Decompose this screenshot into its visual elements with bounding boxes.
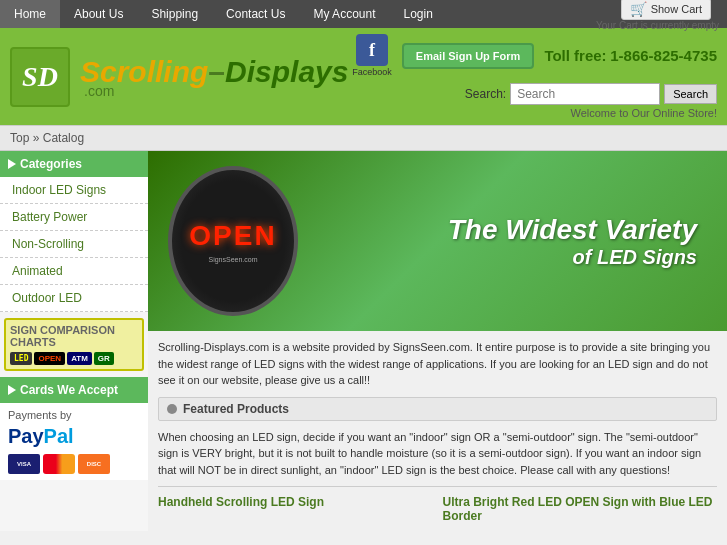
- email-signup-button[interactable]: Email Sign Up Form: [402, 43, 535, 69]
- content-body: Scrolling-Displays.com is a website prov…: [148, 331, 727, 531]
- facebook-label: Facebook: [352, 67, 392, 77]
- sidebar-item-battery[interactable]: Battery Power: [0, 204, 148, 231]
- facebook-icon: f: [356, 34, 388, 66]
- sidebar-item-animated[interactable]: Animated: [0, 258, 148, 285]
- product-1-title[interactable]: Handheld Scrolling LED Sign: [158, 495, 433, 509]
- cards-arrow-icon: [8, 385, 16, 395]
- categories-arrow-icon: [8, 159, 16, 169]
- welcome-text: Welcome to Our Online Store!: [570, 107, 717, 119]
- logo-letters: SD: [10, 47, 70, 107]
- sign-comparison-widget: SIGN COMPARISON CHARTS LED OPEN ATM GR: [4, 318, 144, 371]
- categories-header: Categories: [0, 151, 148, 177]
- search-row: Search: Search: [465, 83, 717, 105]
- card-icons: VISA DISC: [8, 454, 140, 474]
- nav-login[interactable]: Login: [389, 0, 446, 28]
- nav-account[interactable]: My Account: [299, 0, 389, 28]
- sign-comparison-images: LED OPEN ATM GR: [10, 352, 138, 365]
- open-sign: OPEN SignsSeen.com: [168, 166, 298, 316]
- sign-chip-open: OPEN: [34, 352, 65, 365]
- product-2: Ultra Bright Red LED OPEN Sign with Blue…: [443, 495, 718, 523]
- product-1: Handheld Scrolling LED Sign: [158, 495, 433, 523]
- logo-com: .com: [84, 83, 348, 99]
- header: SD Scrolling – Displays .com f Facebook …: [0, 28, 727, 125]
- sidebar-item-non-scrolling[interactable]: Non-Scrolling: [0, 231, 148, 258]
- product-2-title[interactable]: Ultra Bright Red LED OPEN Sign with Blue…: [443, 495, 718, 523]
- logo-text: Scrolling – Displays .com: [80, 55, 348, 99]
- sign-chip-led: LED: [10, 352, 32, 365]
- search-button[interactable]: Search: [664, 84, 717, 104]
- banner: OPEN SignsSeen.com The Widest Variety of…: [148, 151, 727, 331]
- show-cart-button[interactable]: 🛒 Show Cart: [621, 0, 711, 20]
- payments-label: Payments by: [8, 409, 140, 421]
- sidebar-item-indoor[interactable]: Indoor LED Signs: [0, 177, 148, 204]
- header-top-row: f Facebook Email Sign Up Form Toll free:…: [352, 34, 717, 77]
- nav-about[interactable]: About Us: [60, 0, 137, 28]
- search-label: Search:: [465, 87, 506, 101]
- featured-dot-icon: [167, 404, 177, 414]
- header-right: f Facebook Email Sign Up Form Toll free:…: [352, 34, 717, 119]
- cart-icon: 🛒: [630, 1, 647, 17]
- nav-shipping[interactable]: Shipping: [137, 0, 212, 28]
- banner-tagline: The Widest Variety of LED Signs: [448, 214, 697, 269]
- mastercard-icon: [43, 454, 75, 474]
- main-layout: Categories Indoor LED Signs Battery Powe…: [0, 151, 727, 531]
- logo: SD Scrolling – Displays .com: [10, 47, 348, 107]
- sign-comparison-title: SIGN COMPARISON CHARTS: [10, 324, 138, 348]
- nav-home[interactable]: Home: [0, 0, 60, 28]
- toll-free: Toll free: 1-866-825-4735: [544, 47, 717, 64]
- cards-body: Payments by PayPal VISA DISC: [0, 403, 148, 480]
- search-input[interactable]: [510, 83, 660, 105]
- sign-chip-atm: ATM: [67, 352, 92, 365]
- nav-bar: Home About Us Shipping Contact Us My Acc…: [0, 0, 727, 28]
- breadcrumb: Top » Catalog: [0, 125, 727, 151]
- open-sign-text: OPEN: [189, 220, 276, 252]
- cards-accept-header: Cards We Accept: [0, 377, 148, 403]
- content-area: OPEN SignsSeen.com The Widest Variety of…: [148, 151, 727, 531]
- breadcrumb-separator: »: [33, 131, 40, 145]
- sidebar: Categories Indoor LED Signs Battery Powe…: [0, 151, 148, 531]
- breadcrumb-catalog: Catalog: [43, 131, 84, 145]
- banner-watermark: SignsSeen.com: [189, 256, 276, 263]
- sign-chip-gr: GR: [94, 352, 114, 365]
- discover-icon: DISC: [78, 454, 110, 474]
- featured-products-header: Featured Products: [158, 397, 717, 421]
- paypal-logo: PayPal: [8, 425, 140, 448]
- visa-icon: VISA: [8, 454, 40, 474]
- facebook-button[interactable]: f Facebook: [352, 34, 392, 77]
- site-description: Scrolling-Displays.com is a website prov…: [158, 339, 717, 389]
- breadcrumb-top[interactable]: Top: [10, 131, 29, 145]
- cart-status: Your Cart is currently empty: [596, 20, 719, 31]
- nav-contact[interactable]: Contact Us: [212, 0, 299, 28]
- featured-description: When choosing an LED sign, decide if you…: [158, 429, 717, 479]
- sidebar-item-outdoor[interactable]: Outdoor LED: [0, 285, 148, 312]
- products-row: Handheld Scrolling LED Sign Ultra Bright…: [158, 486, 717, 523]
